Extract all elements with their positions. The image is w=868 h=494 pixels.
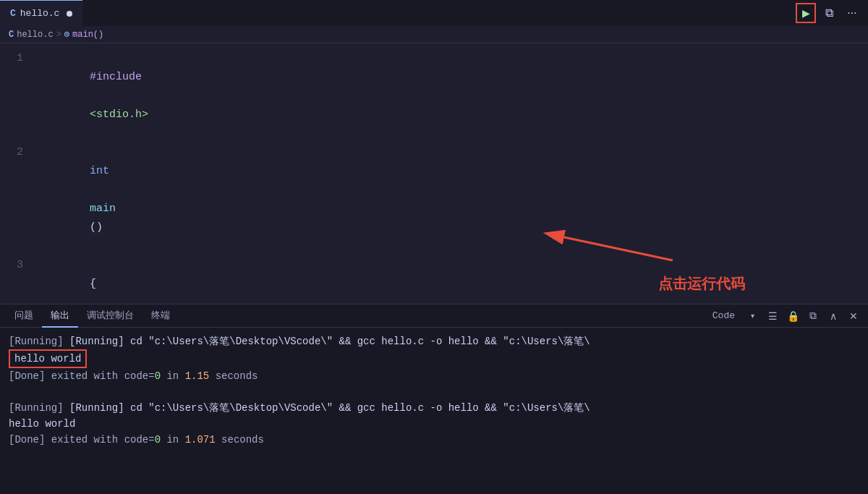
breadcrumb-file[interactable]: hello.c (17, 30, 53, 40)
panel-tabs: 问题 输出 调试控制台 终端 Code ▾ ☰ 🔒 ⧉ ∧ ✕ (0, 305, 868, 328)
code-line-1: 1 #include <stdio.h> (0, 49, 868, 143)
panel-dropdown-button[interactable]: ▾ (744, 307, 761, 325)
breadcrumb: C hello.c > ⊙ main() (0, 26, 868, 43)
panel: 问题 输出 调试控制台 终端 Code ▾ ☰ 🔒 ⧉ ∧ ✕ [Running… (0, 304, 868, 494)
cmd-text-2: [Running] cd "c:\Users\落笔\Desktop\VScode… (69, 402, 590, 414)
line-num-2: 2 (0, 143, 35, 256)
editor-area[interactable]: 1 #include <stdio.h> 2 int main () 3 { (0, 43, 868, 304)
exit-code-1: 0 (155, 370, 161, 382)
fn-main: main (90, 203, 116, 215)
breadcrumb-sep: > (56, 30, 61, 40)
kw-header: <stdio.h> (90, 108, 148, 121)
code-lines: 1 #include <stdio.h> 2 int main () 3 { (0, 43, 868, 304)
panel-list-button[interactable]: ☰ (764, 307, 781, 325)
run-button[interactable]: ▶ (796, 3, 816, 23)
cmd-text-1: [Running] cd "c:\Users\落笔\Desktop\VScode… (69, 336, 590, 347)
output-line-done-1: [Done] exited with code=0 in 1.15 second… (9, 368, 859, 384)
line-content-2: int main () (35, 143, 868, 256)
breadcrumb-func-icon: ⊙ (64, 29, 69, 40)
breadcrumb-func[interactable]: main() (72, 30, 103, 40)
exit-code-2: 0 (155, 434, 161, 446)
output-line-running-2: [Running] [Running] cd "c:\Users\落笔\Desk… (9, 400, 859, 416)
line-num-3: 3 (0, 256, 35, 304)
kw-int: int (90, 165, 109, 177)
toolbar-right: ▶ ⧉ ··· (796, 3, 862, 23)
annotation-text: 点击运行代码 (658, 274, 745, 294)
panel-tab-debug[interactable]: 调试控制台 (78, 305, 142, 328)
panel-tab-right: Code ▾ ☰ 🔒 ⧉ ∧ ✕ (707, 307, 862, 325)
line-num-1: 1 (0, 49, 35, 143)
panel-collapse-button[interactable]: ∧ (825, 307, 842, 325)
panel-source-label: Code (707, 310, 741, 321)
tab-hello-c[interactable]: C hello.c (0, 0, 82, 26)
kw-include: #include (90, 71, 142, 83)
panel-tab-problems[interactable]: 问题 (6, 305, 42, 328)
time-val-1: 1.15 (185, 370, 210, 382)
breadcrumb-file-icon: C (9, 30, 14, 40)
output-line-done-2: [Done] exited with code=0 in 1.071 secon… (9, 432, 859, 448)
c-file-icon: C (10, 8, 16, 19)
more-actions-button[interactable]: ··· (842, 3, 862, 23)
time-val-2: 1.071 (185, 434, 216, 446)
output-line-running-1: [Running] [Running] cd "c:\Users\落笔\Desk… (9, 333, 859, 349)
panel-lock-button[interactable]: 🔒 (784, 307, 801, 325)
output-line-hello-2: hello world (9, 416, 859, 432)
tab-filename: hello.c (20, 8, 60, 19)
code-line-2: 2 int main () (0, 143, 868, 256)
tab-modified-dot (67, 11, 72, 17)
tab-bar: C hello.c ▶ ⧉ ··· (0, 0, 868, 26)
panel-tab-output[interactable]: 输出 (42, 305, 78, 328)
split-editor-button[interactable]: ⧉ (819, 3, 839, 23)
hello-world-output-1: hello world (9, 349, 87, 368)
output-line-blank (9, 384, 859, 400)
line-content-1: #include <stdio.h> (35, 49, 868, 143)
terminal-output[interactable]: [Running] [Running] cd "c:\Users\落笔\Desk… (0, 328, 868, 494)
hello-world-output-2: hello world (9, 418, 75, 430)
panel-close-button[interactable]: ✕ (845, 307, 862, 325)
panel-tab-terminal[interactable]: 终端 (142, 305, 179, 328)
output-line-hello-1: hello world (9, 349, 859, 368)
panel-copy-button[interactable]: ⧉ (804, 307, 822, 325)
